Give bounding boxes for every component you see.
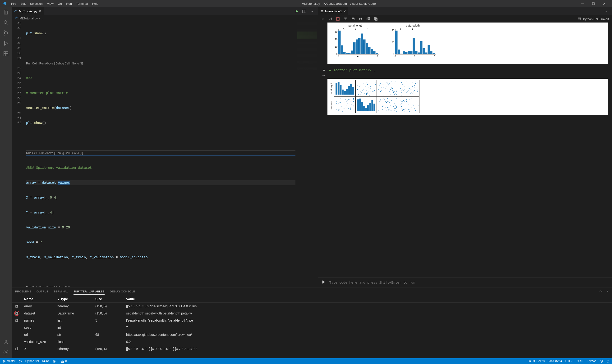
svg-rect-246 [417, 91, 418, 92]
panel-tab-jupyter-variables[interactable]: JUPYTER: VARIABLES [74, 289, 105, 295]
split-editor-icon[interactable] [302, 9, 306, 13]
codelens[interactable]: Run Cell | Run Above | Debug Cell [26, 285, 295, 287]
svg-rect-91 [362, 88, 362, 88]
col-type[interactable]: Type [57, 297, 95, 301]
col-name[interactable]: Name [24, 297, 57, 301]
menu-edit[interactable]: Edit [18, 1, 28, 6]
svg-rect-25 [338, 31, 341, 54]
run-debug-icon[interactable] [3, 40, 9, 46]
accounts-icon[interactable] [3, 339, 9, 345]
tab-close-icon[interactable]: ✕ [343, 10, 346, 13]
status-lncol[interactable]: Ln 53, Col 23 [528, 360, 545, 363]
table-row[interactable]: array ndarray (150, 5) [[5.1 3.5 1.4 0.2… [12, 303, 612, 310]
status-interpreter[interactable]: Python 3.9.6 64-bit [25, 360, 49, 363]
restart-kernel-icon[interactable] [328, 17, 332, 21]
tab-interactive[interactable]: Interactive-1 ✕ [318, 7, 349, 15]
menu-file[interactable]: File [9, 1, 18, 6]
svg-rect-404 [408, 104, 409, 104]
table-row[interactable]: validation_size float 0.2 [12, 338, 612, 345]
menu-help[interactable]: Help [90, 1, 101, 6]
panel-close-icon[interactable]: ✕ [606, 290, 609, 293]
menu-run[interactable]: Run [64, 1, 74, 6]
interrupt-kernel-icon[interactable] [336, 17, 340, 21]
menu-terminal[interactable]: Terminal [74, 1, 90, 6]
source-control-icon[interactable] [3, 30, 9, 36]
popout-icon[interactable] [15, 304, 19, 308]
status-eol[interactable]: CRLF [577, 360, 584, 363]
popout-icon[interactable] [15, 325, 19, 330]
svg-rect-78 [348, 86, 350, 95]
cell-actions-icon[interactable]: ··· [318, 74, 612, 78]
popout-icon[interactable] [15, 311, 19, 315]
kernel-label[interactable]: Python 3.9.6 64-bit [583, 17, 609, 21]
table-row[interactable]: seed int 7 [12, 324, 612, 331]
var-name: seed [24, 325, 57, 329]
more-actions-icon[interactable]: ··· [604, 9, 608, 13]
maximize-button[interactable] [588, 0, 599, 7]
explorer-icon[interactable] [3, 9, 9, 15]
status-encoding[interactable]: UTF-8 [565, 360, 573, 363]
tab-close-icon[interactable]: ✕ [39, 10, 41, 13]
collapse-icon[interactable] [374, 17, 378, 21]
table-row[interactable]: names list 5 ['sepal-length', 'sepal-wid… [12, 317, 612, 324]
more-actions-icon[interactable]: ··· [310, 9, 314, 13]
expand-icon[interactable] [366, 17, 370, 21]
run-cell-icon[interactable] [294, 9, 299, 13]
variables-table[interactable]: Name Type Size Value array ndarray (150,… [12, 296, 612, 358]
svg-rect-251 [402, 85, 403, 85]
panel-tab-problems[interactable]: PROBLEMS [15, 289, 31, 294]
close-button[interactable] [599, 0, 610, 7]
settings-gear-icon[interactable] [3, 349, 9, 355]
save-icon[interactable] [351, 17, 355, 21]
server-icon[interactable] [577, 17, 581, 21]
variables-icon[interactable] [344, 17, 347, 21]
panel-maximize-icon[interactable] [599, 290, 602, 293]
delete-all-icon[interactable]: ✕ [321, 17, 325, 21]
run-input-icon[interactable] [321, 280, 326, 285]
popout-icon[interactable] [15, 347, 19, 351]
search-icon[interactable] [3, 19, 9, 26]
panel-tab-output[interactable]: OUTPUT [37, 289, 48, 294]
status-sync-icon[interactable] [19, 360, 22, 363]
popout-icon[interactable] [15, 339, 19, 344]
table-row[interactable]: dataset DataFrame (150, 5) sepal-length … [12, 310, 612, 317]
breadcrumbs[interactable]: MLTutorial.py › ... [12, 15, 318, 21]
codelens[interactable]: Run Cell | Run Above | Debug Cell | Go t… [26, 151, 295, 156]
code-editor[interactable]: 454647484950515253545556575859606162 plt… [12, 21, 318, 287]
goto-cell-icon[interactable]: ✻ [322, 68, 327, 72]
col-size[interactable]: Size [95, 297, 126, 301]
svg-rect-418 [416, 99, 416, 100]
status-feedback-icon[interactable] [600, 360, 603, 363]
svg-rect-288 [338, 109, 339, 109]
menu-go[interactable]: Go [56, 1, 64, 6]
interactive-output[interactable]: petal-length 578 0102030246 petal-width … [318, 23, 612, 277]
extensions-icon[interactable] [3, 51, 9, 57]
status-branch[interactable]: master [2, 360, 15, 363]
export-icon[interactable] [359, 17, 362, 21]
svg-rect-93 [363, 89, 363, 90]
panel-tab-terminal[interactable]: TERMINAL [53, 289, 68, 294]
interactive-input[interactable] [329, 281, 609, 284]
status-errors[interactable]: 0 0 [53, 360, 67, 363]
table-row[interactable]: url str 68 https://raw.githubusercontent… [12, 331, 612, 338]
menu-selection[interactable]: Selection [28, 1, 45, 6]
popout-icon[interactable] [15, 318, 19, 323]
svg-rect-55 [408, 51, 410, 54]
svg-rect-342 [391, 110, 391, 110]
codelens[interactable]: Run Cell | Run Above | Debug Cell | Go t… [26, 61, 295, 66]
svg-rect-281 [351, 104, 351, 105]
menu-view[interactable]: View [45, 1, 56, 6]
status-bell-icon[interactable] [606, 360, 610, 363]
minimap[interactable] [296, 21, 318, 287]
svg-rect-447 [413, 104, 413, 105]
col-value[interactable]: Value [126, 297, 609, 301]
tab-mltutorial[interactable]: MLTutorial.py ✕ [12, 7, 44, 15]
popout-icon[interactable] [15, 333, 19, 337]
status-lang[interactable]: Python [587, 360, 596, 363]
cell-header[interactable]: ✻ # scatter plot matrix … [318, 67, 612, 74]
code-content[interactable]: plt.show() Run Cell | Run Above | Debug … [26, 21, 296, 287]
panel-tab-debug-console[interactable]: DEBUG CONSOLE [110, 289, 135, 294]
status-tabsize[interactable]: Tab Size: 4 [548, 360, 562, 363]
table-row[interactable]: X ndarray (150, 4) [[5.1 3.5 1.4 0.2] [4… [12, 345, 612, 352]
minimize-button[interactable] [577, 0, 588, 7]
